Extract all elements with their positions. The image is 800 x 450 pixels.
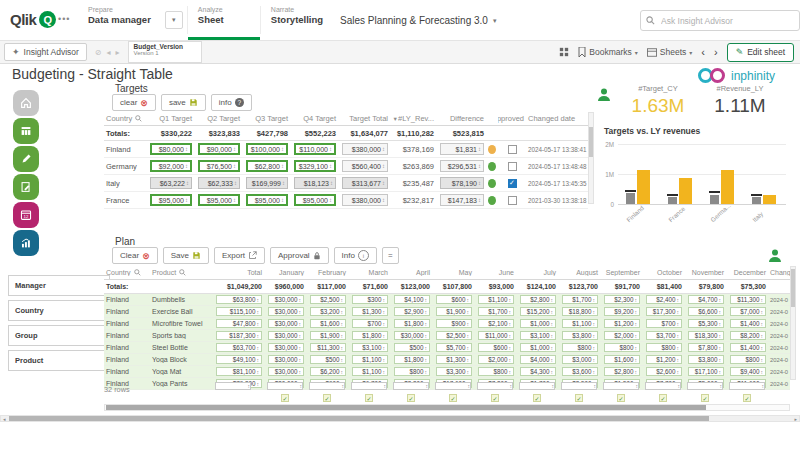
- q1-input[interactable]: $80,000↕: [150, 143, 192, 155]
- bar-target[interactable]: [637, 170, 650, 204]
- month-input[interactable]: $900↕: [436, 319, 472, 328]
- stepper-icon[interactable]: ↕: [478, 163, 481, 169]
- scrollbar-thumb[interactable]: [589, 127, 593, 157]
- sidebar-item-table-icon[interactable]: [13, 118, 39, 144]
- stepper-icon[interactable]: ↕: [635, 357, 638, 363]
- column-header[interactable]: June: [474, 269, 516, 276]
- month-input[interactable]: $1,800↕: [394, 319, 430, 328]
- bar-ly-revenue[interactable]: [710, 195, 719, 204]
- insight-advisor-button[interactable]: ✦ Insight Advisor: [4, 43, 87, 61]
- month-input[interactable]: $30,000↕: [268, 355, 304, 364]
- month-input[interactable]: $3,700↕: [646, 331, 682, 340]
- stepper-icon[interactable]: ↕: [719, 333, 722, 339]
- stepper-icon[interactable]: ↕: [636, 383, 639, 389]
- month-input[interactable]: $4,700↕: [688, 295, 724, 304]
- q3-input[interactable]: $169,999↕: [246, 177, 288, 189]
- stepper-icon[interactable]: ↕: [761, 321, 764, 327]
- column-header[interactable]: Q3 Target: [242, 114, 290, 123]
- approve-column-check[interactable]: ✓: [323, 394, 331, 402]
- stepper-icon[interactable]: ↕: [425, 321, 428, 327]
- month-input[interactable]: $4,100↕: [394, 295, 430, 304]
- total-input[interactable]: $313,677↕: [342, 177, 388, 189]
- month-input[interactable]: $30,000↕: [394, 331, 430, 340]
- stepper-icon[interactable]: ↕: [185, 163, 188, 169]
- approval-button[interactable]: Approval: [270, 247, 329, 264]
- approve-column-check[interactable]: ✓: [575, 394, 583, 402]
- stepper-icon[interactable]: ↕: [467, 321, 470, 327]
- sidebar-item-home-icon[interactable]: [13, 90, 39, 116]
- month-input[interactable]: $2,000↕: [478, 355, 514, 364]
- stepper-icon[interactable]: ↕: [383, 321, 386, 327]
- stepper-icon[interactable]: ↕: [341, 333, 344, 339]
- stepper-icon[interactable]: ↕: [300, 383, 303, 389]
- column-header[interactable]: May: [432, 269, 474, 276]
- month-input[interactable]: $2,800↕: [604, 367, 640, 376]
- approve-column-check[interactable]: ✓: [365, 394, 373, 402]
- column-header[interactable]: ▼ #LY_Rev...: [390, 114, 436, 123]
- month-input[interactable]: $800↕: [604, 343, 640, 352]
- total-input[interactable]: $560,400↕: [342, 160, 388, 172]
- sheets-menu[interactable]: Sheets ▾: [647, 47, 692, 57]
- stepper-icon[interactable]: ↕: [383, 297, 386, 303]
- stepper-icon[interactable]: ↕: [720, 383, 723, 389]
- stepper-icon[interactable]: ↕: [299, 333, 302, 339]
- stepper-icon[interactable]: ↕: [761, 333, 764, 339]
- footer-stepper-input[interactable]: ↕: [603, 382, 639, 390]
- month-input[interactable]: $3,800↕: [562, 331, 598, 340]
- column-header[interactable]: January: [264, 269, 306, 276]
- month-input[interactable]: $800↕: [478, 367, 514, 376]
- stepper-icon[interactable]: ↕: [341, 357, 344, 363]
- column-header[interactable]: February: [306, 269, 348, 276]
- approve-column-check[interactable]: ✓: [281, 394, 289, 402]
- stepper-icon[interactable]: ↕: [299, 321, 302, 327]
- stepper-icon[interactable]: ↕: [426, 383, 429, 389]
- stepper-icon[interactable]: ↕: [282, 180, 285, 186]
- column-header[interactable]: Difference: [436, 114, 486, 123]
- stepper-icon[interactable]: ↕: [719, 309, 722, 315]
- total-input[interactable]: $115,100↕: [216, 307, 262, 316]
- footer-stepper-input[interactable]: ↕: [561, 382, 597, 390]
- plan-horizontal-scrollbar[interactable]: [104, 404, 790, 411]
- month-input[interactable]: $1,400↕: [730, 319, 766, 328]
- month-input[interactable]: $2,000↕: [604, 331, 640, 340]
- stepper-icon[interactable]: ↕: [233, 163, 236, 169]
- month-input[interactable]: $300↕: [352, 295, 388, 304]
- approve-column-check[interactable]: ✓: [743, 394, 751, 402]
- =-button[interactable]: =: [382, 247, 399, 264]
- stepper-icon[interactable]: ↕: [257, 381, 260, 387]
- column-header[interactable]: April: [390, 269, 432, 276]
- stepper-icon[interactable]: ↕: [551, 357, 554, 363]
- stepper-icon[interactable]: ↕: [329, 197, 332, 203]
- stepper-icon[interactable]: ↕: [761, 357, 764, 363]
- stepper-icon[interactable]: ↕: [425, 333, 428, 339]
- column-header[interactable]: October: [642, 269, 684, 276]
- stepper-icon[interactable]: ↕: [341, 369, 344, 375]
- stepper-icon[interactable]: ↕: [383, 309, 386, 315]
- column-header[interactable]: December: [726, 269, 768, 276]
- footer-stepper-input[interactable]: ↕: [267, 382, 303, 390]
- column-header[interactable]: Chang..: [768, 269, 790, 276]
- app-overview-icon[interactable]: [559, 47, 569, 57]
- targets-user-icon[interactable]: [597, 88, 611, 101]
- month-input[interactable]: $9,400↕: [730, 367, 766, 376]
- stepper-icon[interactable]: ↕: [719, 321, 722, 327]
- total-input[interactable]: $187,300↕: [216, 331, 262, 340]
- month-input[interactable]: $2,500↕: [436, 331, 472, 340]
- stepper-icon[interactable]: ↕: [509, 297, 512, 303]
- filter-listbox-country[interactable]: Country: [8, 300, 110, 321]
- q1-input[interactable]: $63,222↕: [150, 177, 192, 189]
- stepper-icon[interactable]: ↕: [677, 369, 680, 375]
- month-input[interactable]: $11,000↕: [478, 331, 514, 340]
- footer-stepper-input[interactable]: ↕: [309, 382, 345, 390]
- stepper-icon[interactable]: ↕: [635, 345, 638, 351]
- diff-input[interactable]: $1,831↕: [440, 143, 484, 155]
- stepper-icon[interactable]: ↕: [551, 333, 554, 339]
- prev-sheet-button[interactable]: ‹: [701, 46, 705, 58]
- stepper-icon[interactable]: ↕: [383, 357, 386, 363]
- sidebar-item-calendar-icon[interactable]: 12: [13, 202, 39, 228]
- month-input[interactable]: $30,000↕: [268, 295, 304, 304]
- total-input[interactable]: $49,100↕: [216, 355, 262, 364]
- stepper-icon[interactable]: ↕: [330, 180, 333, 186]
- column-header[interactable]: September: [600, 269, 642, 276]
- stepper-icon[interactable]: ↕: [257, 297, 260, 303]
